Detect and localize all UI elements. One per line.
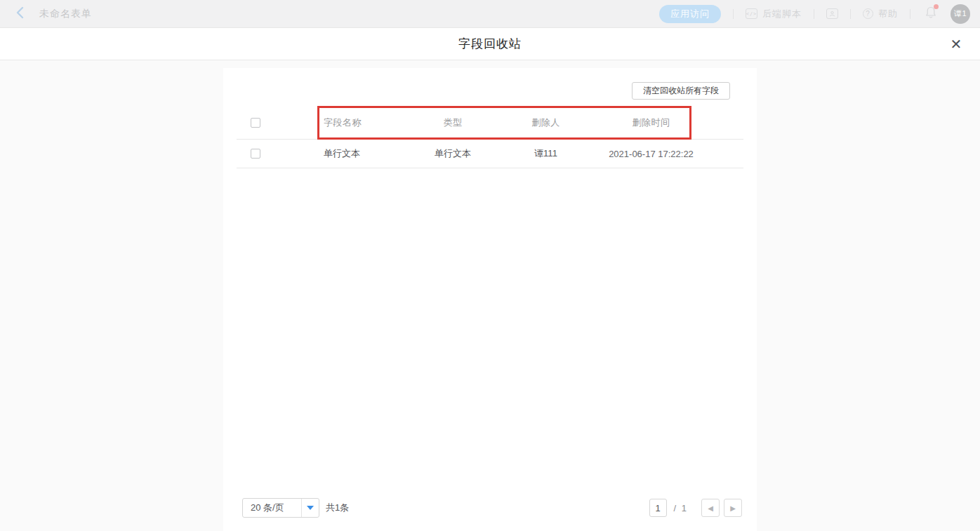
divider [733,9,734,19]
divider [814,9,814,19]
header-field-name: 字段名称 [317,116,407,129]
prev-page-button[interactable]: ◀ [701,499,720,517]
notification-badge-dot [934,4,939,9]
table-row: 单行文本 单行文本 谭111 2021-06-17 17:22:22 [237,140,743,168]
total-count-label: 共1条 [326,502,349,514]
divider [910,9,911,19]
help-button[interactable]: ? 帮助 [863,8,898,20]
header-deleted-by: 删除人 [498,116,593,129]
dialog-header: 字段回收站 ✕ [0,28,980,60]
header-type: 类型 [407,116,498,129]
page-size-value: 20 条/页 [243,502,301,514]
header-deleted-at: 删除时间 [593,116,709,129]
row-checkbox-cell [237,149,317,159]
next-page-button[interactable]: ▶ [724,499,742,517]
notifications-button[interactable] [925,6,936,22]
topbar: 未命名表单 应用访问 </> 后端脚本 ? 帮助 [0,0,980,28]
backend-script-label: 后端脚本 [762,8,802,20]
table-header-row: 字段名称 类型 删除人 删除时间 [237,107,743,140]
page-of-label: / 1 [674,503,688,513]
form-title: 未命名表单 [39,8,92,20]
header-checkbox-cell [237,118,317,128]
select-caret-box [301,499,319,517]
cell-deleted-at: 2021-06-17 17:22:22 [593,149,709,159]
pagination-left: 20 条/页 共1条 [242,498,349,518]
pagination-right: 1 / 1 ◀ ▶ [649,499,742,517]
chevron-down-icon [307,506,314,510]
select-all-checkbox[interactable] [251,118,260,128]
recycle-bin-panel: 清空回收站所有字段 字段名称 类型 删除人 删除时间 单行文本 单行 [223,68,757,531]
cell-field-name: 单行文本 [317,147,407,160]
current-page-input[interactable]: 1 [649,499,667,517]
row-checkbox[interactable] [251,149,260,159]
dialog-title: 字段回收站 [458,36,522,52]
triangle-right-icon: ▶ [730,504,736,512]
fields-table: 字段名称 类型 删除人 删除时间 单行文本 单行文本 谭111 2021-06-… [237,107,743,168]
question-icon: ? [863,8,873,19]
avatar[interactable]: 谭1 [951,4,970,24]
close-icon[interactable]: ✕ [946,34,966,54]
bell-icon [925,9,936,21]
clear-recycle-bin-button[interactable]: 清空回收站所有字段 [632,82,730,100]
chevron-left-icon [15,6,25,22]
cell-type: 单行文本 [407,147,498,160]
backend-script-button[interactable]: </> 后端脚本 [746,8,802,20]
help-label: 帮助 [878,8,898,20]
dialog-body: 清空回收站所有字段 字段名称 类型 删除人 删除时间 单行文本 单行 [0,60,980,531]
triangle-left-icon: ◀ [708,504,713,512]
divider [850,9,851,19]
page-size-select[interactable]: 20 条/页 [242,498,319,518]
pagination-bar: 20 条/页 共1条 1 / 1 ◀ ▶ [242,498,742,518]
back-button[interactable] [11,6,28,22]
code-icon: </> [746,8,757,19]
id-card-icon [826,8,838,19]
id-card-button[interactable] [826,8,838,19]
topbar-actions: 应用访问 </> 后端脚本 ? 帮助 [659,4,970,24]
app-window: 未命名表单 应用访问 </> 后端脚本 ? 帮助 [0,0,980,531]
app-access-button[interactable]: 应用访问 [659,5,721,23]
cell-deleted-by: 谭111 [498,147,593,160]
